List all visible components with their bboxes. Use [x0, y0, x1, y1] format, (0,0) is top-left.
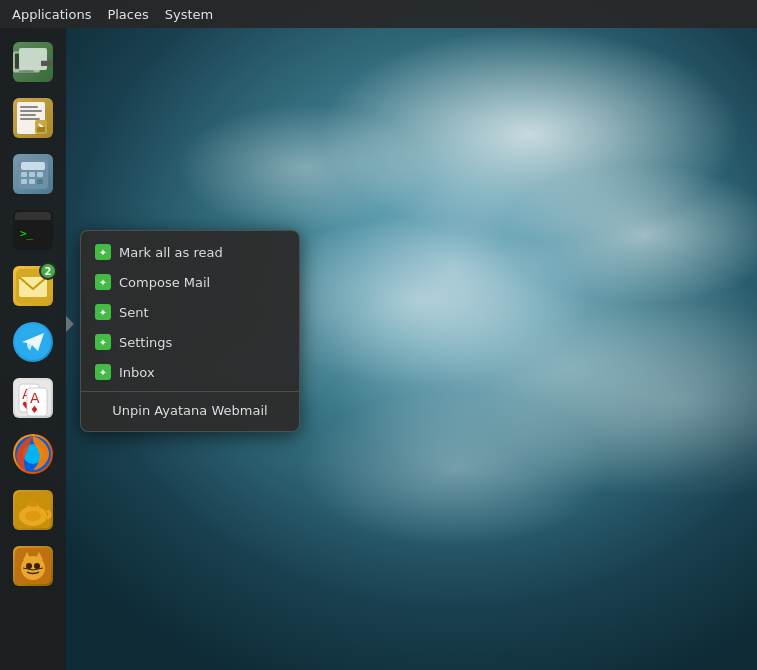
- screenshot-icon: [13, 42, 53, 82]
- ctx-compose-icon: ✦: [95, 274, 111, 290]
- desktop: Applications Places System: [0, 0, 757, 670]
- telegram-icon: [13, 322, 53, 362]
- solitaire-icon: A ♥ A ♦: [13, 378, 53, 418]
- menubar: Applications Places System: [0, 0, 757, 28]
- svg-rect-16: [29, 172, 35, 177]
- svg-rect-20: [37, 179, 43, 184]
- svg-rect-5: [20, 106, 38, 108]
- firefox-icon: [13, 434, 53, 474]
- calculator-icon: [13, 154, 53, 194]
- dock-item-screenshot[interactable]: [7, 36, 59, 88]
- dock-item-text-editor[interactable]: [7, 92, 59, 144]
- mail-icon: 2: [13, 266, 53, 306]
- svg-point-40: [27, 501, 39, 507]
- menu-applications[interactable]: Applications: [4, 5, 99, 24]
- dock-arrow: [66, 316, 74, 332]
- dock-item-teapot[interactable]: [7, 484, 59, 536]
- dock: >_ 2: [0, 28, 66, 670]
- svg-point-47: [34, 563, 40, 569]
- telegram-svg: [14, 323, 52, 361]
- dock-item-firefox[interactable]: [7, 428, 59, 480]
- teapot-svg: [13, 490, 53, 530]
- ctx-compose-label: Compose Mail: [119, 275, 210, 290]
- ctx-item-settings[interactable]: ✦ Settings: [81, 327, 299, 357]
- svg-point-46: [26, 563, 32, 569]
- svg-rect-17: [37, 172, 43, 177]
- ctx-item-compose-mail[interactable]: ✦ Compose Mail: [81, 267, 299, 297]
- screenshot-svg: [13, 51, 40, 73]
- svg-rect-14: [21, 162, 45, 170]
- ctx-inbox-icon: ✦: [95, 364, 111, 380]
- dock-item-mail[interactable]: 2: [7, 260, 59, 312]
- text-editor-svg: [15, 100, 51, 136]
- ctx-mark-all-icon: ✦: [95, 244, 111, 260]
- svg-rect-12: [37, 127, 45, 132]
- terminal-icon: >_: [13, 210, 53, 250]
- svg-text:>_: >_: [20, 227, 34, 240]
- terminal-svg: >_: [14, 211, 52, 249]
- ctx-inbox-label: Inbox: [119, 365, 155, 380]
- calculator-svg: [16, 157, 50, 191]
- dock-item-calculator[interactable]: [7, 148, 59, 200]
- svg-rect-23: [15, 216, 51, 220]
- svg-rect-7: [20, 114, 36, 116]
- ctx-sent-icon: ✦: [95, 304, 111, 320]
- dock-item-telegram[interactable]: [7, 316, 59, 368]
- dock-item-cat[interactable]: [7, 540, 59, 592]
- cat-svg: [13, 546, 53, 586]
- mail-badge: 2: [39, 262, 57, 280]
- ctx-item-mark-all-read[interactable]: ✦ Mark all as read: [81, 237, 299, 267]
- dock-item-solitaire[interactable]: A ♥ A ♦: [7, 372, 59, 424]
- svg-rect-6: [20, 110, 42, 112]
- text-editor-icon: [13, 98, 53, 138]
- menu-system[interactable]: System: [157, 5, 221, 24]
- ctx-item-inbox[interactable]: ✦ Inbox: [81, 357, 299, 387]
- teapot-icon: [13, 490, 53, 530]
- svg-rect-8: [20, 118, 40, 120]
- svg-rect-19: [29, 179, 35, 184]
- svg-point-41: [25, 511, 41, 521]
- svg-rect-1: [15, 53, 38, 68]
- firefox-svg: [13, 434, 53, 474]
- solitaire-svg: A ♥ A ♦: [14, 379, 52, 417]
- dock-item-terminal[interactable]: >_: [7, 204, 59, 256]
- ctx-item-sent[interactable]: ✦ Sent: [81, 297, 299, 327]
- ctx-unpin-label: Unpin Ayatana Webmail: [112, 403, 267, 418]
- svg-rect-18: [21, 179, 27, 184]
- ctx-sent-label: Sent: [119, 305, 149, 320]
- ctx-mark-all-label: Mark all as read: [119, 245, 223, 260]
- ctx-settings-label: Settings: [119, 335, 172, 350]
- svg-rect-3: [19, 71, 34, 73]
- context-menu: ✦ Mark all as read ✦ Compose Mail ✦ Sent…: [80, 230, 300, 432]
- ctx-separator: [81, 391, 299, 392]
- svg-text:♦: ♦: [30, 404, 39, 415]
- ctx-item-unpin[interactable]: Unpin Ayatana Webmail: [81, 396, 299, 425]
- ctx-settings-icon: ✦: [95, 334, 111, 350]
- cat-icon: [13, 546, 53, 586]
- menu-places[interactable]: Places: [99, 5, 156, 24]
- svg-rect-15: [21, 172, 27, 177]
